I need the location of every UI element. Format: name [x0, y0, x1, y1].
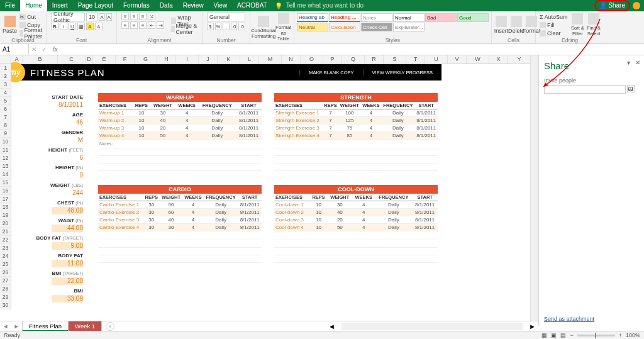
- row-header[interactable]: 2: [0, 72, 11, 81]
- enter-icon[interactable]: ✓: [39, 46, 49, 53]
- row-header[interactable]: 27: [0, 277, 11, 285]
- style-cell[interactable]: Calculation: [329, 23, 360, 31]
- row-header[interactable]: 13: [0, 162, 11, 170]
- fill-color-button[interactable]: A: [86, 23, 94, 30]
- row-header[interactable]: 21: [0, 228, 11, 236]
- view-normal-icon[interactable]: ▦: [541, 332, 547, 338]
- row-header[interactable]: 18: [0, 203, 11, 211]
- tab-home[interactable]: Home: [20, 0, 47, 11]
- style-cell[interactable]: Neutral: [297, 23, 328, 31]
- indent-dec-button[interactable]: ⇤: [148, 21, 155, 29]
- fx-icon[interactable]: fx: [49, 46, 62, 53]
- inc-decimal-button[interactable]: .0: [231, 23, 238, 30]
- row-header[interactable]: 6: [0, 105, 11, 113]
- tab-file[interactable]: File: [0, 0, 20, 11]
- align-center-button[interactable]: ≡: [130, 21, 138, 29]
- zoom-level[interactable]: 100%: [626, 332, 640, 338]
- row-header[interactable]: 3: [0, 81, 11, 89]
- indent-inc-button[interactable]: ⇥: [157, 21, 164, 29]
- align-right-button[interactable]: ≡: [139, 21, 147, 29]
- format-painter-button[interactable]: Format Painter: [18, 30, 47, 37]
- percent-button[interactable]: %: [215, 23, 222, 30]
- border-button[interactable]: ▦: [77, 23, 85, 30]
- row-header[interactable]: 8: [0, 121, 11, 130]
- invite-input[interactable]: [544, 85, 626, 94]
- tab-insert[interactable]: Insert: [47, 0, 73, 11]
- number-format-select[interactable]: General: [207, 13, 245, 21]
- find-select-button[interactable]: Find & Select: [586, 13, 601, 37]
- clear-button[interactable]: Clear: [538, 30, 569, 37]
- pane-options-icon[interactable]: ▾: [627, 59, 630, 66]
- dec-decimal-button[interactable]: .0: [238, 23, 245, 30]
- row-header[interactable]: 23: [0, 244, 11, 252]
- tab-data[interactable]: Data: [155, 0, 178, 11]
- zoom-slider[interactable]: [577, 335, 615, 336]
- style-cell[interactable]: Good: [457, 13, 489, 22]
- tab-acrobat[interactable]: ACROBAT: [232, 0, 272, 11]
- sheet-tab-week1[interactable]: Week 1: [68, 321, 102, 331]
- style-cell[interactable]: Normal: [393, 13, 425, 22]
- currency-button[interactable]: $: [207, 23, 214, 30]
- row-header[interactable]: 22: [0, 236, 11, 244]
- style-cell[interactable]: Check Cell: [361, 23, 392, 31]
- tab-page-layout[interactable]: Page Layout: [73, 0, 118, 11]
- send-attachment-link[interactable]: Send as attachment: [544, 316, 594, 322]
- row-header[interactable]: 4: [0, 89, 11, 97]
- row-header[interactable]: 28: [0, 285, 11, 293]
- row-header[interactable]: 29: [0, 293, 11, 301]
- row-header[interactable]: 24: [0, 252, 11, 260]
- share-button[interactable]: 👤 Share: [594, 0, 630, 11]
- row-header[interactable]: 5: [0, 97, 11, 105]
- row-header[interactable]: 30: [0, 301, 11, 309]
- view-weekly-progress-link[interactable]: VIEW WEEKLY PROGRESS: [363, 70, 441, 75]
- align-top-button[interactable]: ≡: [121, 13, 129, 20]
- align-bot-button[interactable]: ≡: [139, 13, 147, 20]
- feedback-icon[interactable]: [633, 2, 640, 9]
- row-header[interactable]: 11: [0, 146, 11, 154]
- row-header[interactable]: 26: [0, 269, 11, 277]
- style-cell[interactable]: Heading ab: [297, 13, 328, 22]
- zoom-out-button[interactable]: −: [570, 332, 573, 338]
- make-blank-copy-link[interactable]: MAKE BLANK COPY: [299, 70, 362, 75]
- tab-review[interactable]: Review: [178, 0, 209, 11]
- horizontal-scrollbar[interactable]: ◄►: [328, 321, 536, 331]
- tell-me-input[interactable]: Tell me what you want to do: [286, 0, 364, 11]
- row-header[interactable]: 25: [0, 260, 11, 269]
- tab-view[interactable]: View: [209, 0, 233, 11]
- vertical-scrollbar[interactable]: [530, 55, 538, 321]
- style-cell[interactable]: Heading ...: [329, 13, 360, 22]
- address-book-icon[interactable]: 🕮: [627, 85, 635, 92]
- row-header[interactable]: 15: [0, 179, 11, 187]
- name-box[interactable]: A1: [0, 44, 29, 55]
- row-header[interactable]: 12: [0, 154, 11, 162]
- zoom-in-button[interactable]: +: [619, 332, 622, 338]
- cut-button[interactable]: ✂Cut: [18, 13, 47, 21]
- row-header[interactable]: 17: [0, 195, 11, 203]
- font-size-select[interactable]: 10: [86, 13, 97, 21]
- font-color-button[interactable]: A: [95, 23, 103, 30]
- close-icon[interactable]: ✕: [635, 59, 640, 66]
- select-all-corner[interactable]: [0, 55, 11, 64]
- cell-styles-gallery[interactable]: Heading abHeading ...NotesNormalBadGoodN…: [297, 13, 489, 37]
- bold-button[interactable]: B: [51, 23, 58, 30]
- align-left-button[interactable]: ≡: [121, 21, 129, 29]
- sheet-tab-fitness[interactable]: Fitness Plan: [22, 321, 69, 331]
- autosum-button[interactable]: ΣAutoSum: [538, 13, 569, 21]
- format-as-table-button[interactable]: Format as Table: [275, 13, 291, 42]
- sort-filter-button[interactable]: Sort & Filter: [570, 13, 586, 37]
- cancel-icon[interactable]: ✕: [29, 46, 39, 53]
- row-header[interactable]: 9: [0, 130, 11, 138]
- orientation-button[interactable]: ⤭: [148, 13, 155, 20]
- paste-button[interactable]: Paste: [3, 13, 17, 37]
- fill-button[interactable]: Fill: [538, 21, 569, 29]
- style-cell[interactable]: Bad: [425, 13, 457, 22]
- style-cell[interactable]: Explanator...: [393, 23, 425, 31]
- tab-nav-next[interactable]: ►: [11, 323, 21, 330]
- row-header[interactable]: 14: [0, 170, 11, 179]
- insert-cells-button[interactable]: Insert: [494, 13, 508, 37]
- row-header[interactable]: 16: [0, 187, 11, 195]
- row-header[interactable]: 19: [0, 211, 11, 220]
- row-header[interactable]: 7: [0, 113, 11, 121]
- font-name-select[interactable]: Century Gothic: [51, 13, 85, 21]
- underline-button[interactable]: U: [69, 23, 76, 30]
